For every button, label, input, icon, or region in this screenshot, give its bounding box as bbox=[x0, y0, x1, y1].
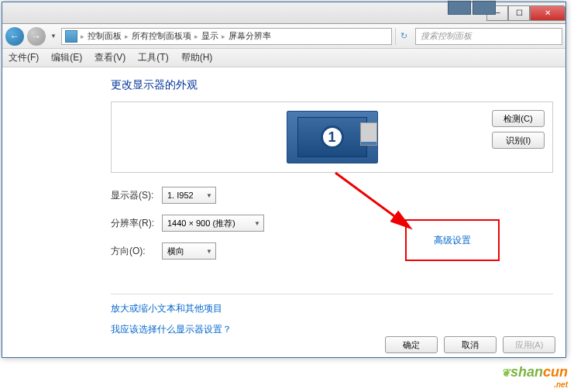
titlebar: ─ ☐ ✕ bbox=[2, 2, 565, 24]
text-size-link[interactable]: 放大或缩小文本和其他项目 bbox=[111, 302, 553, 315]
content-area: 更改显示器的外观 1 检测(C) 识别(I) 显示器(S): 1. I952 分… bbox=[2, 67, 565, 350]
cancel-button[interactable]: 取消 bbox=[444, 336, 497, 353]
menu-tools[interactable]: 工具(T) bbox=[138, 51, 168, 64]
apply-button[interactable]: 应用(A) bbox=[503, 336, 555, 353]
search-input[interactable]: 搜索控制面板 bbox=[415, 28, 562, 45]
breadcrumb-item[interactable]: 所有控制面板项 bbox=[132, 30, 191, 42]
monitor-display[interactable]: 1 bbox=[287, 111, 378, 163]
resolution-dropdown[interactable]: 1440 × 900 (推荐) bbox=[162, 215, 264, 232]
menu-edit[interactable]: 编辑(E) bbox=[51, 51, 82, 64]
history-dropdown-icon[interactable]: ▼ bbox=[49, 33, 58, 40]
page-title: 更改显示器的外观 bbox=[111, 78, 553, 92]
orientation-label: 方向(O): bbox=[111, 245, 162, 258]
maximize-button[interactable]: ☐ bbox=[508, 5, 530, 21]
watermark: ❦shancun .net bbox=[501, 364, 568, 389]
divider bbox=[111, 294, 553, 294]
back-button[interactable]: ← bbox=[5, 27, 24, 46]
monitor-secondary-icon bbox=[360, 122, 377, 146]
breadcrumb-item[interactable]: 控制面板 bbox=[88, 30, 122, 42]
forward-button[interactable]: → bbox=[27, 27, 46, 46]
ok-button[interactable]: 确定 bbox=[385, 336, 438, 353]
address-bar[interactable]: ▸ 控制面板 ▸ 所有控制面板项 ▸ 显示 ▸ 屏幕分辨率 bbox=[61, 28, 392, 45]
display-settings-window: ─ ☐ ✕ ← → ▼ ▸ 控制面板 ▸ 所有控制面板项 ▸ 显示 ▸ 屏幕分辨… bbox=[2, 2, 566, 358]
advanced-settings-link[interactable]: 高级设置 bbox=[434, 234, 471, 247]
monitor-number: 1 bbox=[321, 126, 344, 149]
refresh-icon[interactable]: ↻ bbox=[395, 28, 412, 45]
navigation-bar: ← → ▼ ▸ 控制面板 ▸ 所有控制面板项 ▸ 显示 ▸ 屏幕分辨率 ↻ 搜索… bbox=[2, 24, 565, 49]
monitor-preview-panel: 1 检测(C) 识别(I) bbox=[111, 101, 553, 173]
advanced-settings-highlight: 高级设置 bbox=[405, 219, 500, 261]
detect-button[interactable]: 检测(C) bbox=[492, 110, 545, 127]
menu-file[interactable]: 文件(F) bbox=[9, 51, 39, 64]
orientation-dropdown[interactable]: 横向 bbox=[162, 242, 216, 260]
menu-view[interactable]: 查看(V) bbox=[95, 51, 125, 64]
titlebar-decoration bbox=[448, 1, 496, 15]
menu-bar: 文件(F) 编辑(E) 查看(V) 工具(T) 帮助(H) bbox=[2, 49, 565, 67]
which-settings-link[interactable]: 我应该选择什么显示器设置？ bbox=[111, 323, 553, 336]
leaf-icon: ❦ bbox=[501, 366, 510, 379]
control-panel-icon bbox=[65, 30, 77, 43]
display-dropdown[interactable]: 1. I952 bbox=[162, 187, 216, 204]
display-label: 显示器(S): bbox=[111, 189, 162, 202]
breadcrumb-item[interactable]: 显示 bbox=[201, 30, 218, 42]
breadcrumb-item[interactable]: 屏幕分辨率 bbox=[229, 30, 271, 42]
footer-buttons: 确定 取消 应用(A) bbox=[385, 336, 555, 353]
resolution-label: 分辨率(R): bbox=[111, 217, 162, 230]
identify-button[interactable]: 识别(I) bbox=[492, 132, 545, 149]
menu-help[interactable]: 帮助(H) bbox=[181, 51, 213, 64]
close-button[interactable]: ✕ bbox=[530, 5, 565, 21]
